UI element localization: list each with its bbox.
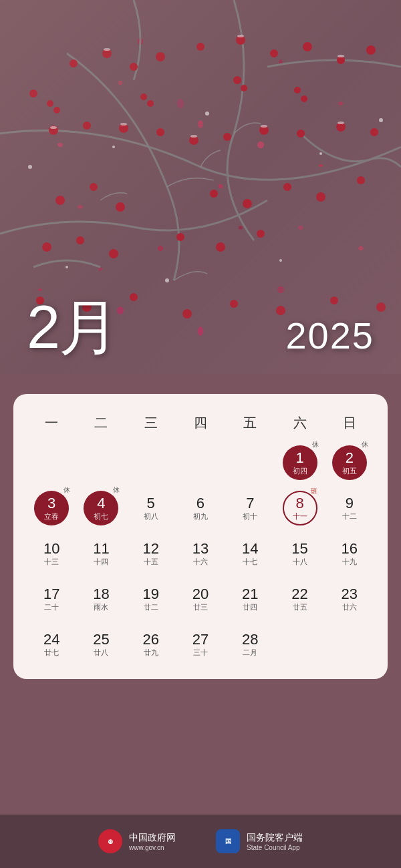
day-inner-circle: 23廿六	[332, 582, 367, 616]
app-text-block: 国务院客户端 State Council App	[247, 832, 303, 851]
day-inner-circle: 13十六	[183, 536, 218, 571]
calendar-card: 一二三四五六日 休1初四休2初五休3立春休4初七5初八6初九7初十班8十一9十二…	[13, 394, 388, 679]
lunar-label: 十九	[342, 558, 357, 566]
calendar-day-cell: 16十九	[325, 532, 374, 575]
day-header-cell: 三	[126, 410, 176, 436]
day-number: 17	[43, 586, 59, 602]
day-inner-circle: 7初十	[233, 491, 267, 525]
calendar-day-cell: 11十四	[76, 532, 126, 575]
day-inner-circle: 15十八	[283, 536, 317, 571]
day-number: 8	[295, 495, 303, 511]
lunar-label: 廿五	[293, 603, 307, 612]
gov-main-label: 中国政府网	[129, 832, 176, 844]
gov-logo: ⊛	[98, 829, 122, 853]
day-header-cell: 四	[176, 410, 225, 436]
calendar-day-cell: 22廿五	[275, 578, 324, 620]
calendar-grid: 休1初四休2初五休3立春休4初七5初八6初九7初十班8十一9十二10十三11十四…	[27, 441, 374, 666]
day-header-cell: 日	[325, 410, 374, 436]
lunar-label: 廿三	[193, 603, 208, 612]
day-inner-circle: 27三十	[183, 627, 218, 662]
day-number: 11	[93, 541, 109, 557]
lunar-label: 初八	[144, 512, 158, 521]
lunar-label: 十四	[94, 558, 108, 566]
lunar-label: 三十	[193, 648, 208, 657]
calendar-day-cell: 休4初七	[76, 487, 126, 529]
calendar-day-cell: 10十三	[27, 532, 76, 575]
lunar-label: 雨水	[94, 603, 108, 612]
calendar-day-cell: 6初九	[176, 487, 225, 529]
calendar-day-cell: 9十二	[325, 487, 374, 529]
calendar-day-cell: 23廿六	[325, 578, 374, 620]
month-label: 2月	[27, 287, 118, 369]
lunar-label: 廿六	[342, 603, 357, 612]
day-number: 5	[147, 495, 155, 511]
day-number: 7	[246, 495, 254, 511]
footer-item-app: 国 国务院客户端 State Council App	[216, 829, 303, 853]
calendar-day-cell	[275, 623, 324, 666]
calendar-day-cell: 21廿四	[225, 578, 275, 620]
calendar-day-cell: 休3立春	[27, 487, 76, 529]
day-inner-circle: 21廿四	[233, 582, 267, 616]
calendar-day-cell: 14十七	[225, 532, 275, 575]
lunar-label: 十八	[293, 558, 307, 566]
day-inner-circle: 24廿七	[34, 627, 69, 662]
day-inner-circle: 休1初四	[283, 445, 317, 480]
day-inner-circle: 20廿三	[183, 582, 218, 616]
day-inner-circle: 28二月	[233, 627, 267, 662]
app-logo-icon: 国	[225, 837, 231, 846]
lunar-label: 初九	[193, 512, 208, 521]
day-number: 15	[291, 541, 307, 557]
lunar-label: 立春	[44, 512, 59, 521]
day-inner-circle: 班8十一	[283, 491, 317, 525]
day-inner-circle: 5初八	[134, 491, 168, 525]
day-number: 3	[47, 495, 55, 511]
lunar-label: 二十	[44, 603, 59, 612]
day-number: 27	[192, 632, 209, 648]
lunar-label: 十二	[342, 512, 357, 521]
day-inner-circle: 19廿二	[134, 582, 168, 616]
lunar-label: 廿八	[94, 648, 108, 657]
calendar-day-cell: 5初八	[126, 487, 176, 529]
app-main-label: 国务院客户端	[247, 832, 303, 844]
calendar-day-cell: 17二十	[27, 578, 76, 620]
calendar-day-cell: 休2初五	[325, 441, 374, 484]
lunar-label: 初十	[243, 512, 257, 521]
calendar-day-cell: 26廿九	[126, 623, 176, 666]
day-inner-circle: 9十二	[332, 491, 367, 525]
day-number: 28	[242, 632, 258, 648]
day-number: 12	[142, 541, 158, 557]
day-number: 19	[142, 586, 158, 602]
day-inner-circle: 26廿九	[134, 627, 168, 662]
day-number: 6	[196, 495, 205, 511]
calendar-day-cell: 24廿七	[27, 623, 76, 666]
lunar-label: 初七	[94, 512, 108, 521]
day-badge: 班	[311, 487, 317, 496]
calendar-day-cell: 班8十一	[275, 487, 324, 529]
day-inner-circle: 22廿五	[283, 582, 317, 616]
calendar-day-cell: 25廿八	[76, 623, 126, 666]
lunar-label: 廿二	[144, 603, 158, 612]
lunar-label: 廿九	[144, 648, 158, 657]
day-number: 14	[242, 541, 258, 557]
day-number: 25	[93, 632, 109, 648]
day-number: 24	[43, 632, 59, 648]
day-inner-circle: 休4初七	[84, 491, 118, 525]
year-label: 2025	[285, 314, 374, 357]
lunar-label: 十七	[243, 558, 257, 566]
day-badge: 休	[113, 485, 120, 495]
lunar-label: 十一	[293, 512, 307, 521]
calendar-day-cell: 27三十	[176, 623, 225, 666]
calendar-day-cell: 7初十	[225, 487, 275, 529]
lunar-label: 二月	[243, 648, 257, 657]
day-number: 1	[295, 450, 303, 466]
day-inner-circle: 14十七	[233, 536, 267, 571]
calendar-day-cell	[76, 441, 126, 484]
day-number: 10	[43, 541, 59, 557]
gov-logo-emblem: ⊛	[108, 838, 113, 845]
gov-sub-label: www.gov.cn	[129, 844, 176, 851]
calendar-day-cell	[27, 441, 76, 484]
day-inner-circle: 18雨水	[84, 582, 118, 616]
day-header-cell: 一	[27, 410, 76, 436]
calendar-day-cell: 15十八	[275, 532, 324, 575]
day-badge: 休	[312, 440, 319, 449]
